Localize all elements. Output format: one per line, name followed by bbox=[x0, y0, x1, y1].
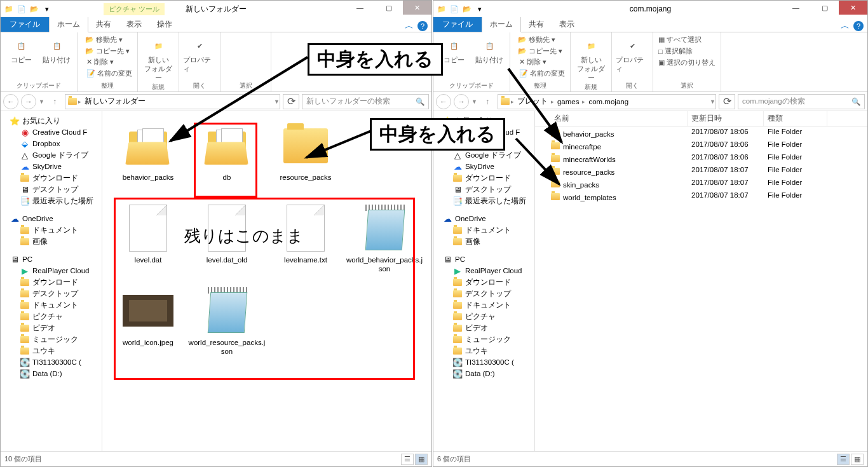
rename-button[interactable]: 📝 名前の変更 bbox=[518, 68, 566, 79]
delete-button[interactable]: ✕ 削除 ▾ bbox=[518, 57, 566, 67]
moveto-button[interactable]: 📂 移動先 ▾ bbox=[517, 34, 564, 45]
folder-icon bbox=[68, 98, 77, 105]
titlebar-left: 📁 📄 📂 ▾ ピクチャ ツール 新しいフォルダー — ▢ ✕ bbox=[1, 1, 431, 17]
close-button[interactable]: ✕ bbox=[839, 1, 867, 15]
props-button[interactable]: ✔プロパティ bbox=[183, 34, 216, 74]
nav-tree-left[interactable]: ⭐お気に入り ◉Creative Cloud F ⬙Dropbox △Googl… bbox=[1, 111, 102, 451]
newfolder-icon[interactable]: 📂 bbox=[461, 3, 473, 15]
invert-selection-button[interactable]: ▣ 選択の切り替え bbox=[657, 57, 717, 68]
copyto-button[interactable]: 📂 コピー先 ▾ bbox=[517, 46, 564, 57]
breadcrumb-seg[interactable]: ブレット bbox=[515, 97, 550, 106]
file-tab[interactable]: ファイル bbox=[1, 17, 49, 32]
share-tab[interactable]: 共有 bbox=[521, 17, 552, 32]
newfolder-button[interactable]: 📁新しい フォルダー bbox=[574, 34, 607, 83]
back-button[interactable]: ← bbox=[436, 94, 451, 109]
list-row[interactable]: resource_packs2017/08/07 18:07File Folde… bbox=[535, 165, 867, 177]
minimize-button[interactable]: — bbox=[346, 1, 374, 15]
item-count: 6 個の項目 bbox=[437, 454, 471, 464]
paste-button[interactable]: 📋貼り付け bbox=[40, 34, 73, 65]
refresh-button[interactable]: ⟳ bbox=[283, 94, 299, 109]
address-bar[interactable]: ▸ 新しいフォルダー ▼ bbox=[65, 94, 280, 109]
history-dropdown[interactable]: ▼ bbox=[471, 98, 477, 105]
file-item[interactable]: level.dat_old bbox=[187, 200, 266, 283]
newfolder-button[interactable]: 📁新しい フォルダー bbox=[142, 34, 175, 83]
ribbon-help[interactable]: ︿ ? bbox=[841, 20, 864, 32]
file-item[interactable]: behavior_packs bbox=[109, 118, 187, 200]
refresh-button[interactable]: ⟳ bbox=[719, 94, 735, 109]
copyto-button[interactable]: 📂 コピー先 ▾ bbox=[84, 46, 131, 57]
folder-icon[interactable]: 📁 bbox=[436, 3, 447, 15]
rename-button[interactable]: 📝 名前の変更 bbox=[85, 68, 133, 79]
search-icon: 🔍 bbox=[851, 97, 860, 106]
star-icon: ⭐ bbox=[442, 116, 452, 126]
file-item[interactable]: world_resource_packs.json bbox=[187, 283, 266, 365]
home-tab[interactable]: ホーム bbox=[482, 17, 521, 32]
search-box[interactable]: com.mojangの検索🔍 bbox=[738, 94, 865, 109]
props-icon[interactable]: 📄 bbox=[16, 3, 27, 15]
list-row[interactable]: behavior_packs2017/08/07 18:06File Folde… bbox=[535, 126, 867, 139]
view-tab[interactable]: 表示 bbox=[552, 17, 582, 32]
nav-tree-right[interactable]: ⭐お気に入り ◉Creative Cloud F ⬙Dropbox △Googl… bbox=[433, 111, 535, 451]
list-row[interactable]: minecraftWorlds2017/08/07 18:06File Fold… bbox=[535, 152, 867, 165]
forward-button[interactable]: → bbox=[21, 94, 36, 109]
search-box[interactable]: 新しいフォルダーの検索🔍 bbox=[302, 94, 429, 109]
window-title: 新しいフォルダー bbox=[186, 4, 247, 15]
window-title: com.mojang bbox=[630, 4, 671, 13]
file-icon bbox=[287, 205, 325, 252]
up-button[interactable]: ↑ bbox=[480, 94, 495, 109]
list-row[interactable]: minecraftpe2017/08/07 18:06File Folder bbox=[535, 139, 867, 152]
file-item[interactable]: resource_packs bbox=[266, 118, 345, 200]
back-button[interactable]: ← bbox=[3, 94, 18, 109]
op-tab[interactable]: 操作 bbox=[149, 17, 180, 32]
ribbon-help[interactable]: ︿ ? bbox=[405, 20, 428, 32]
details-view-button[interactable]: ☰ bbox=[837, 454, 850, 465]
minimize-button[interactable]: — bbox=[782, 1, 810, 15]
explorer-window-right: 📁 📄 📂 ▾ com.mojang — ▢ ✕ ファイル ホーム 共有 表示 … bbox=[433, 0, 868, 467]
skydrive-icon: ☁ bbox=[20, 161, 30, 172]
file-item[interactable]: world_behavior_packs.json bbox=[345, 200, 424, 283]
maximize-button[interactable]: ▢ bbox=[810, 1, 839, 15]
history-dropdown[interactable]: ▼ bbox=[39, 98, 44, 105]
forward-button[interactable]: → bbox=[454, 94, 469, 109]
file-list: 名前 更新日時 種類 behavior_packs2017/08/07 18:0… bbox=[535, 111, 867, 203]
dropdown-icon[interactable]: ▾ bbox=[41, 3, 53, 15]
maximize-button[interactable]: ▢ bbox=[374, 1, 403, 15]
icons-view-button[interactable]: ▦ bbox=[415, 454, 428, 465]
folder-icon[interactable]: 📁 bbox=[3, 3, 15, 15]
up-button[interactable]: ↑ bbox=[47, 94, 62, 109]
file-tab[interactable]: ファイル bbox=[433, 17, 482, 32]
icons-view-button[interactable]: ▦ bbox=[851, 454, 864, 465]
breadcrumb-seg[interactable]: games bbox=[555, 98, 581, 105]
address-bar-row: ← → ▼ ↑ ▸ ブレット ▸ games ▸ com.mojang ▼ ⟳ … bbox=[433, 92, 867, 111]
drive-icon: 💽 bbox=[20, 369, 30, 379]
file-item[interactable]: levelname.txt bbox=[266, 200, 345, 283]
file-item[interactable]: level.dat bbox=[109, 200, 187, 283]
props-icon[interactable]: 📄 bbox=[449, 3, 460, 15]
moveto-button[interactable]: 📂 移動先 ▾ bbox=[84, 34, 131, 45]
copy-button[interactable]: 📋コピー bbox=[4, 34, 37, 65]
list-header[interactable]: 名前 更新日時 種類 bbox=[535, 111, 867, 126]
share-tab[interactable]: 共有 bbox=[88, 17, 119, 32]
home-tab[interactable]: ホーム bbox=[49, 17, 88, 32]
view-tab[interactable]: 表示 bbox=[119, 17, 149, 32]
paste-button[interactable]: 📋貼り付け bbox=[473, 34, 506, 65]
explorer-window-left: 📁 📄 📂 ▾ ピクチャ ツール 新しいフォルダー — ▢ ✕ ファイル ホーム… bbox=[0, 0, 432, 467]
delete-button[interactable]: ✕ 削除 ▾ bbox=[85, 57, 133, 67]
file-item[interactable]: world_icon.jpeg bbox=[109, 283, 187, 365]
address-bar[interactable]: ▸ ブレット ▸ games ▸ com.mojang ▼ bbox=[498, 94, 716, 109]
select-all-button[interactable]: ▦ すべて選択 bbox=[657, 34, 717, 45]
dropdown-icon[interactable]: ▾ bbox=[474, 3, 485, 15]
close-button[interactable]: ✕ bbox=[403, 1, 431, 15]
list-row[interactable]: skin_packs2017/08/07 18:07File Folder bbox=[535, 177, 867, 190]
details-view-button[interactable]: ☰ bbox=[401, 454, 414, 465]
list-row[interactable]: world_templates2017/08/07 18:07File Fold… bbox=[535, 190, 867, 203]
breadcrumb-seg[interactable]: com.mojang bbox=[587, 98, 630, 105]
titlebar-right: 📁 📄 📂 ▾ com.mojang — ▢ ✕ bbox=[433, 1, 867, 17]
copy-button[interactable]: 📋コピー bbox=[437, 34, 470, 65]
props-button[interactable]: ✔プロパティ bbox=[616, 34, 649, 74]
breadcrumb-seg[interactable]: 新しいフォルダー bbox=[83, 97, 147, 106]
newfolder-icon[interactable]: 📂 bbox=[29, 3, 40, 15]
file-item[interactable]: db bbox=[187, 118, 266, 200]
select-none-button[interactable]: □ 選択解除 bbox=[657, 46, 717, 57]
star-icon: ⭐ bbox=[10, 116, 20, 126]
